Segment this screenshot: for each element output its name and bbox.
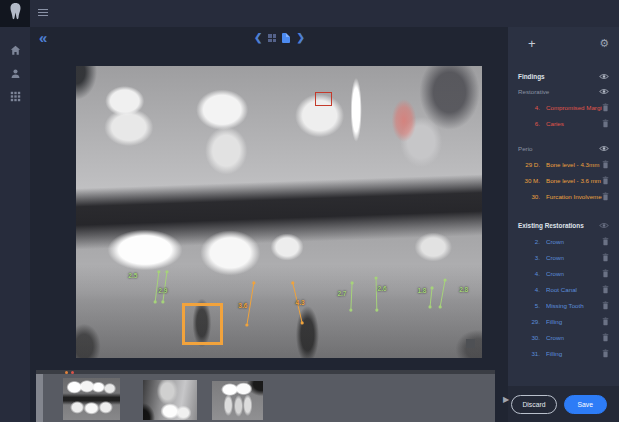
finding-tooth-number: 29 D. (518, 161, 540, 168)
finding-row[interactable]: 6. Caries (518, 115, 609, 131)
trash-icon[interactable] (602, 103, 609, 112)
panel-footer: Discard Save (508, 386, 619, 422)
home-icon[interactable] (10, 45, 21, 56)
user-icon[interactable] (10, 68, 21, 79)
viewer-canvas: « ❮ ❯ 2.52.93.64.32.72.61.82.8 (30, 27, 508, 370)
furcation-box[interactable] (182, 303, 223, 345)
restoration-label: Filling (546, 318, 602, 325)
filmstrip (36, 370, 495, 422)
existing-restorations-list: 2. Crown 3. Crown 4. Crown (518, 233, 609, 361)
restoration-row[interactable]: 3. Crown (518, 249, 609, 265)
caries-region[interactable] (391, 98, 417, 143)
restoration-label: Missing Tooth (546, 302, 602, 309)
restoration-label: Crown (546, 270, 602, 277)
single-view-icon[interactable] (282, 33, 290, 43)
restoration-row[interactable]: 29. Filling (518, 313, 609, 329)
measurement-label[interactable]: 4.3 (296, 298, 305, 305)
restoration-tooth-number: 29. (518, 318, 540, 325)
trash-icon[interactable] (602, 317, 609, 326)
restoration-label: Crown (546, 334, 602, 341)
eye-toggle-existing[interactable] (599, 222, 609, 229)
restoration-row[interactable]: 4. Crown (518, 265, 609, 281)
restoration-tooth-number: 4. (518, 270, 540, 277)
findings-panel: + ⚙ Findings Restorative 4. Compromised … (508, 27, 619, 422)
trash-icon[interactable] (602, 176, 609, 185)
measurement-label[interactable]: 3.6 (238, 301, 247, 308)
apps-grid-icon[interactable] (10, 91, 21, 102)
discard-button[interactable]: Discard (511, 395, 556, 414)
trash-icon[interactable] (602, 237, 609, 246)
restoration-tooth-number: 31. (518, 350, 540, 357)
restoration-tooth-number: 5. (518, 302, 540, 309)
dental-xray-app-window: « ❮ ❯ 2.52.93.64.32.72.61.82.8 + ⚙ Findi… (0, 0, 619, 422)
margin-box[interactable] (315, 92, 332, 106)
eye-toggle-perio[interactable] (599, 145, 609, 152)
trash-icon[interactable] (602, 285, 609, 294)
restoration-tooth-number: 4. (518, 286, 540, 293)
eye-toggle-findings[interactable] (599, 73, 609, 80)
finding-tooth-number: 30. (518, 193, 540, 200)
xray-thumbnail-2[interactable] (143, 380, 197, 420)
image-corner-mark (466, 339, 475, 348)
section-restorative-title: Restorative (518, 88, 549, 95)
restorative-findings-list: 4. Compromised Margin 6. Caries (518, 99, 609, 131)
measurement-label[interactable]: 2.7 (337, 289, 346, 296)
xray-image[interactable]: 2.52.93.64.32.72.61.82.8 (76, 66, 482, 358)
annotation-overlay: 2.52.93.64.32.72.61.82.8 (76, 66, 482, 358)
filmstrip-left-scroll[interactable] (36, 374, 43, 422)
finding-row[interactable]: 29 D. Bone level - 4.3mm (518, 156, 609, 172)
perio-findings-list: 29 D. Bone level - 4.3mm 30 M. Bone leve… (518, 156, 609, 204)
image-nav-toolbar: ❮ ❯ (254, 33, 305, 43)
restoration-row[interactable]: 30. Crown (518, 329, 609, 345)
restoration-row[interactable]: 4. Root Canal (518, 281, 609, 297)
filmstrip-scrollbar[interactable] (36, 370, 495, 374)
gear-icon[interactable]: ⚙ (599, 38, 609, 49)
trash-icon[interactable] (602, 192, 609, 201)
save-button[interactable]: Save (564, 395, 608, 414)
xray-thumbnail-1[interactable] (63, 378, 120, 420)
trash-icon[interactable] (602, 269, 609, 278)
restoration-row[interactable]: 5. Missing Tooth (518, 297, 609, 313)
measurement-label[interactable]: 2.5 (128, 272, 137, 279)
finding-row[interactable]: 30. Furcation Involvement (518, 188, 609, 204)
restoration-label: Root Canal (546, 286, 602, 293)
trash-icon[interactable] (602, 160, 609, 169)
finding-row[interactable]: 4. Compromised Margin (518, 99, 609, 115)
finding-row[interactable]: 30 M. Bone level - 3.6 mm (518, 172, 609, 188)
finding-label: Furcation Involvement (546, 193, 602, 200)
findings-title: Findings (518, 73, 545, 80)
restoration-label: Filling (546, 350, 602, 357)
measurement-lines (76, 66, 482, 358)
finding-tooth-number: 30 M. (518, 177, 540, 184)
measurement-label[interactable]: 2.6 (378, 284, 387, 291)
measurement-label[interactable]: 2.8 (459, 286, 468, 293)
restoration-tooth-number: 30. (518, 334, 540, 341)
restoration-tooth-number: 3. (518, 254, 540, 261)
left-sidebar (0, 27, 30, 422)
xray-thumbnail-3[interactable] (212, 381, 263, 420)
tooth-icon (8, 2, 23, 26)
eye-toggle-restorative[interactable] (599, 88, 609, 95)
trash-icon[interactable] (602, 349, 609, 358)
restoration-label: Crown (546, 238, 602, 245)
collapse-panel-button[interactable]: « (39, 29, 46, 46)
add-finding-button[interactable]: + (518, 37, 536, 50)
filmstrip-scroll-right-icon[interactable]: ▶ (503, 395, 509, 404)
restoration-label: Crown (546, 254, 602, 261)
prev-image-icon[interactable]: ❮ (254, 33, 262, 43)
finding-label: Caries (546, 120, 602, 127)
restoration-row[interactable]: 31. Filling (518, 345, 609, 361)
trash-icon[interactable] (602, 253, 609, 262)
trash-icon[interactable] (602, 301, 609, 310)
thumbnail-finding-dots (65, 371, 74, 374)
measurement-label[interactable]: 1.8 (417, 286, 426, 293)
trash-icon[interactable] (602, 119, 609, 128)
measurement-label[interactable]: 2.9 (158, 286, 167, 293)
restoration-row[interactable]: 2. Crown (518, 233, 609, 249)
grid-view-icon[interactable] (268, 34, 276, 42)
menu-icon[interactable] (38, 9, 48, 17)
next-image-icon[interactable]: ❯ (296, 33, 304, 43)
trash-icon[interactable] (602, 333, 609, 342)
section-perio-title: Perio (518, 145, 532, 152)
app-logo[interactable] (0, 0, 30, 27)
